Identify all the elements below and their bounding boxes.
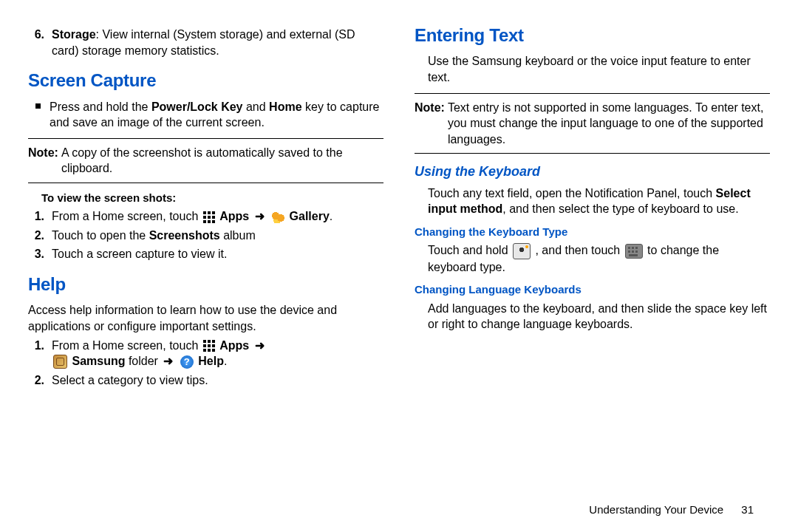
heading-changing-language-keyboards: Changing Language Keyboards [415, 282, 770, 297]
using-keyboard-text: Touch any text field, open the Notificat… [415, 185, 770, 217]
help-icon: ? [180, 355, 194, 369]
heading-using-keyboard: Using the Keyboard [415, 163, 770, 180]
arrow-icon: ➜ [255, 210, 265, 222]
left-column: 6. Storage: View internal (System storag… [28, 24, 383, 466]
help-steps: 1. From a Home screen, touch Apps ➜ Sams… [28, 338, 383, 389]
apps-grid-icon [203, 340, 215, 352]
note-label: Note: [415, 100, 445, 116]
samsung-folder-icon [53, 355, 67, 369]
changing-language-text: Add languages to the keyboard, and then … [415, 301, 770, 332]
help-intro: Access help information to learn how to … [28, 302, 383, 334]
page-body: 6. Storage: View internal (System storag… [0, 0, 798, 480]
page-footer: Understanding Your Device 31 [589, 503, 754, 516]
heading-changing-keyboard-type: Changing the Keyboard Type [415, 225, 770, 239]
note-language-support: Note: Text entry is not supported in som… [415, 93, 770, 154]
storage-item: 6. Storage: View internal (System storag… [28, 27, 383, 58]
list-number: 6. [28, 27, 44, 43]
apps-grid-icon [203, 211, 215, 223]
note-screenshot-clipboard: Note: A copy of the screenshot is automa… [28, 138, 383, 183]
note-text: Text entry is not supported in some lang… [448, 100, 770, 148]
keyboard-icon [625, 244, 643, 259]
arrow-icon: ➜ [255, 339, 265, 352]
heading-entering-text: Entering Text [415, 24, 770, 47]
note-label: Note: [28, 145, 58, 161]
square-bullet-icon [35, 103, 41, 109]
changing-keyboard-type-text: Touch and hold , and then touch to chang… [415, 242, 770, 275]
storage-label: Storage [52, 28, 96, 41]
gallery-icon [271, 211, 284, 223]
entering-text-intro: Use the Samsung keyboard or the voice in… [415, 53, 770, 85]
heading-help: Help [28, 273, 383, 296]
storage-text: Storage: View internal (System storage) … [52, 27, 383, 58]
footer-section: Understanding Your Device [589, 503, 723, 516]
subheading-view-screenshots: To view the screen shots: [28, 191, 383, 205]
heading-screen-capture: Screen Capture [28, 69, 383, 92]
mic-settings-icon [513, 243, 531, 259]
note-text: A copy of the screenshot is automaticall… [61, 145, 383, 177]
view-screenshots-steps: 1. From a Home screen, touch Apps ➜ Gall… [28, 208, 383, 262]
screen-capture-bullet: Press and hold the Power/Lock Key and Ho… [28, 99, 383, 131]
page-number: 31 [741, 503, 754, 516]
arrow-icon: ➜ [163, 355, 173, 367]
right-column: Entering Text Use the Samsung keyboard o… [415, 24, 770, 466]
